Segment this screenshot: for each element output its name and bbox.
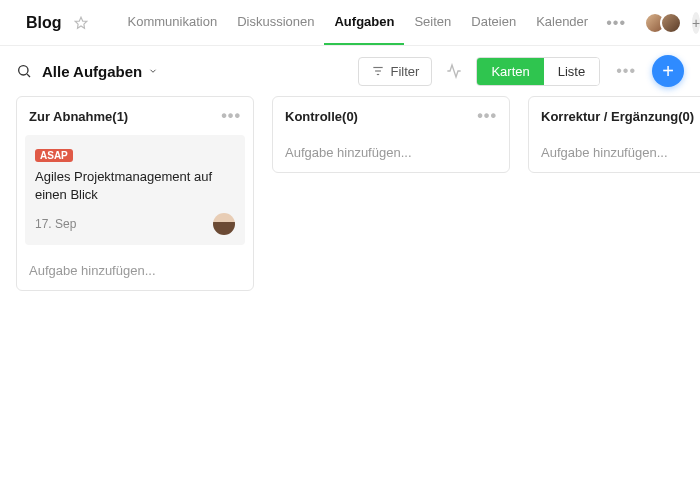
nav-item-seiten[interactable]: Seiten <box>404 0 461 45</box>
filter-label: Filter <box>391 64 420 79</box>
column-korrektur: Korrektur / Ergänzung(0) ••• Aufgabe hin… <box>528 96 700 173</box>
star-icon[interactable] <box>74 16 88 30</box>
card-date: 17. Sep <box>35 217 76 231</box>
nav-item-kommunikation[interactable]: Kommunikation <box>118 0 228 45</box>
avatar[interactable] <box>660 12 682 34</box>
top-nav: Kommunikation Diskussionen Aufgaben Seit… <box>118 0 634 45</box>
view-selector[interactable]: Alle Aufgaben <box>42 63 158 80</box>
view-toggle: Karten Liste <box>476 57 600 86</box>
column-menu-icon[interactable]: ••• <box>221 107 241 125</box>
add-member-button[interactable]: + <box>692 12 700 34</box>
column-menu-icon[interactable]: ••• <box>477 107 497 125</box>
toolbar-more-icon[interactable]: ••• <box>610 58 642 84</box>
nav-more-icon[interactable]: ••• <box>598 0 634 45</box>
page-title: Blog <box>26 14 62 32</box>
svg-point-1 <box>19 66 28 75</box>
activity-icon[interactable] <box>442 59 466 83</box>
nav-item-kalender[interactable]: Kalender <box>526 0 598 45</box>
add-task-input[interactable]: Aufgabe hinzufügen... <box>17 253 253 290</box>
filter-icon <box>371 64 385 78</box>
svg-marker-0 <box>75 17 87 28</box>
toolbar: Alle Aufgaben Filter Karten Liste ••• + <box>0 46 700 96</box>
priority-badge: ASAP <box>35 149 73 162</box>
kanban-board: Zur Abnahme(1) ••• ASAP Agiles Projektma… <box>0 96 700 307</box>
column-title: Zur Abnahme(1) <box>29 109 128 124</box>
nav-item-diskussionen[interactable]: Diskussionen <box>227 0 324 45</box>
column-title: Kontrolle(0) <box>285 109 358 124</box>
top-bar: Blog Kommunikation Diskussionen Aufgaben… <box>0 0 700 46</box>
add-task-input[interactable]: Aufgabe hinzufügen... <box>529 135 700 172</box>
assignee-avatar[interactable] <box>213 213 235 235</box>
search-icon[interactable] <box>16 63 32 79</box>
nav-item-aufgaben[interactable]: Aufgaben <box>324 0 404 45</box>
column-title: Korrektur / Ergänzung(0) <box>541 109 694 124</box>
view-title-label: Alle Aufgaben <box>42 63 142 80</box>
column-zur-abnahme: Zur Abnahme(1) ••• ASAP Agiles Projektma… <box>16 96 254 291</box>
add-task-input[interactable]: Aufgabe hinzufügen... <box>273 135 509 172</box>
column-kontrolle: Kontrolle(0) ••• Aufgabe hinzufügen... <box>272 96 510 173</box>
task-card[interactable]: ASAP Agiles Projektmanagement auf einen … <box>25 135 245 245</box>
add-button[interactable]: + <box>652 55 684 87</box>
filter-button[interactable]: Filter <box>358 57 433 86</box>
svg-line-2 <box>27 74 30 77</box>
chevron-down-icon <box>148 66 158 76</box>
card-title: Agiles Projektmanagement auf einen Blick <box>35 168 235 203</box>
member-avatars <box>650 12 682 34</box>
nav-item-dateien[interactable]: Dateien <box>461 0 526 45</box>
toggle-cards-button[interactable]: Karten <box>477 58 543 85</box>
toggle-list-button[interactable]: Liste <box>544 58 599 85</box>
